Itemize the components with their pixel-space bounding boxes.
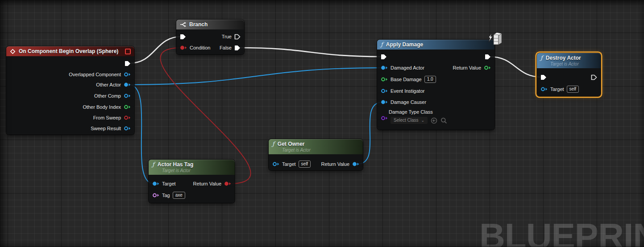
number-pin-icon[interactable] [484,65,491,70]
exec-pin-icon[interactable] [540,74,547,80]
node-apply_damage[interactable]: ƒApply DamageDamaged ActorReturn ValueBa… [377,40,494,130]
exec-pin-icon[interactable] [125,61,131,66]
node-title: On Component Begin Overlap (Sphere) [19,48,118,54]
wire-event_overlap.exec_out-to-branch.exec_in[interactable] [129,37,182,63]
object-pin-icon[interactable] [124,93,131,99]
node-header[interactable]: ƒDestroy ActorTarget is Actor [537,53,601,68]
pin-label: False [220,45,232,50]
node-header[interactable]: On Component Begin Overlap (Sphere) [6,46,134,56]
node-header[interactable]: Branch [176,20,244,29]
exec-pin-icon[interactable] [591,74,597,80]
pin-value-box[interactable]: self [567,86,579,93]
pin-row-target[interactable]: Targetself [272,159,311,169]
exec-pin-icon[interactable] [381,54,387,60]
object-pin-icon[interactable] [381,99,388,105]
class-pin-icon[interactable] [381,115,388,121]
branch-icon[interactable] [180,22,186,27]
exec-pin-icon[interactable] [180,34,186,40]
pin-row-other_actor[interactable]: Other Actor [96,79,131,90]
function-icon: ƒ [272,141,274,147]
object-pin-icon[interactable] [352,161,359,167]
pin-row-exec_in[interactable] [540,72,547,82]
node-branch[interactable]: BranchTrueConditionFalse [176,20,244,54]
search-icon[interactable] [440,117,447,124]
bool-pin-icon[interactable] [180,45,187,50]
pin-row-exec_in[interactable] [180,31,186,42]
pin-row-sweep_result[interactable]: Sweep Result [91,123,131,134]
pin-row-base_damage[interactable]: Base Damage1.0 [381,74,436,85]
bool-pin-icon[interactable] [224,181,231,186]
library-stack-icon[interactable] [485,31,503,49]
bool-pin-icon[interactable] [124,115,131,120]
pin-row-return_value[interactable]: Return Value [453,62,491,73]
node-destroy_actor[interactable]: ƒDestroy ActorTarget is ActorTargetself [537,53,601,96]
object-pin-icon[interactable] [381,88,388,94]
object-pin-icon[interactable] [540,86,548,92]
exec-pin-icon[interactable] [234,34,241,40]
pin-row-damage_type_class[interactable] [381,113,388,124]
wire-branch.false_out-to-apply_damage.exec_in[interactable] [239,48,382,57]
object-pin-icon[interactable] [272,161,279,167]
node-title: Destroy Actor [546,55,581,61]
delegate-pin-icon[interactable] [125,49,131,54]
pin-row-overlapped_component[interactable]: Overlapped Component [69,69,131,80]
pin-label: Return Value [321,161,349,167]
exec-pin-icon[interactable] [485,54,491,60]
name-pin-icon[interactable] [152,193,159,198]
event-icon[interactable] [10,49,16,54]
object-pin-icon[interactable] [124,82,131,87]
pin-value-box[interactable]: self [299,161,311,168]
node-title-line: ƒApply Damage [381,41,491,48]
pin-label: Return Value [193,181,221,186]
pin-row-false_out[interactable]: False [220,42,241,53]
pin-row-damage_causer[interactable]: Damage Causer [381,97,426,107]
pin-row-other_body_index[interactable]: Other Body Index [83,102,131,112]
wire-event_overlap.other_actor-to-apply_damage.damaged_actor[interactable] [129,68,382,85]
object-pin-icon[interactable] [381,65,388,70]
number-pin-icon[interactable] [124,104,131,110]
node-actor_has_tag[interactable]: ƒActor Has TagTarget is ActorTargetRetur… [149,160,235,203]
node-get_owner[interactable]: ƒGet OwnerTarget is ActorTargetselfRetur… [269,139,363,170]
node-title: Branch [189,21,208,28]
browse-icon[interactable] [431,117,437,124]
pin-row-exec_in[interactable] [381,51,387,62]
object-pin-icon[interactable] [124,72,131,77]
pin-row-target[interactable]: Target [152,178,176,189]
pin-row-return_value[interactable]: Return Value [193,178,231,189]
pin-row-target[interactable]: Targetself [540,84,579,95]
pin-label: Event Instigator [391,88,424,94]
pin-row-condition[interactable]: Condition [180,42,210,53]
node-title-line: Branch [180,21,241,28]
pin-label: Target [550,86,564,92]
object-pin-icon[interactable] [124,126,131,131]
pin-row-true_out[interactable]: True [222,31,241,42]
wire-apply_damage.exec_out-to-destroy_actor.exec_in[interactable] [489,57,542,77]
pin-row-exec_out[interactable] [485,51,491,62]
pin-value-box[interactable]: axe [173,192,185,199]
pin-row-damaged_actor[interactable]: Damaged Actor [381,62,424,73]
node-header[interactable]: ƒApply Damage [377,40,494,49]
node-header[interactable]: ƒGet OwnerTarget is Actor [269,139,363,154]
pin-row-tag[interactable]: Tagaxe [152,190,185,201]
class-select-dropdown[interactable]: Select Class⌄ [391,117,428,124]
object-pin-icon[interactable] [152,181,159,186]
number-pin-icon[interactable] [381,77,388,82]
pin-label: Condition [190,45,210,50]
exec-pin-icon[interactable] [234,45,241,51]
pin-row-exec_out[interactable] [125,58,131,69]
pin-row-exec_out[interactable] [591,72,597,82]
pin-row-other_comp[interactable]: Other Comp [94,91,131,101]
class-select-value: Select Class [394,118,419,123]
node-title-line: ƒDestroy Actor [540,54,597,62]
chevron-down-icon: ⌄ [421,118,425,123]
pin-value-box[interactable]: 1.0 [424,76,436,83]
node-event_overlap[interactable]: On Component Begin Overlap (Sphere)Overl… [6,46,134,135]
pin-row-event_instigator[interactable]: Event Instigator [381,86,424,96]
blueprint-graph-canvas[interactable]: BLUEPRINT On Component Begin Overlap (Sp… [0,0,644,247]
node-title-line: ƒActor Has Tag [152,161,231,168]
pin-row-from_sweep[interactable]: From Sweep [93,112,131,123]
node-header[interactable]: ƒActor Has TagTarget is Actor [149,160,235,175]
class-picker[interactable]: Select Class⌄ [391,117,447,124]
pin-row-return_value[interactable]: Return Value [321,159,359,169]
node-title-line: On Component Begin Overlap (Sphere) [10,48,131,55]
